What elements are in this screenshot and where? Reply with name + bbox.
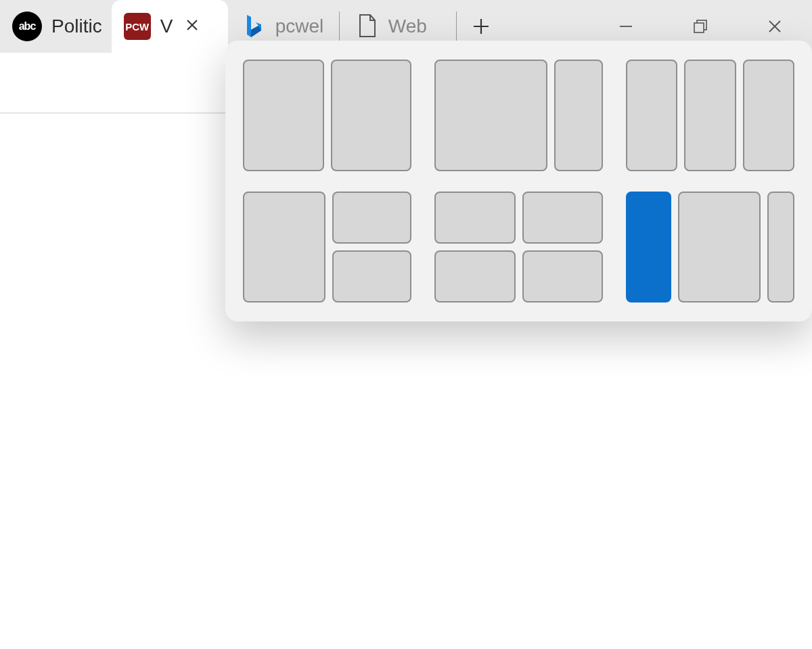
snap-zone[interactable] (522, 250, 604, 303)
page-favicon-icon (356, 13, 379, 40)
tab-divider (339, 12, 340, 41)
snap-zone[interactable] (331, 60, 412, 171)
snap-zone[interactable] (743, 60, 794, 171)
snap-zone[interactable] (243, 60, 324, 171)
snap-zone[interactable] (626, 60, 677, 171)
close-tab-icon[interactable] (182, 16, 202, 37)
snap-zone[interactable] (684, 60, 736, 171)
svg-rect-1 (694, 23, 704, 32)
snap-layout-two-halves[interactable] (243, 60, 411, 171)
tab-label: Politic (51, 16, 102, 37)
snap-zone[interactable] (332, 250, 412, 303)
snap-layout-left-plus-stack[interactable] (243, 192, 411, 303)
snap-layouts-flyout (225, 41, 812, 321)
snap-layout-narrow-wide-narrow[interactable] (626, 192, 794, 303)
tab-divider (456, 12, 457, 41)
snap-zone[interactable] (434, 250, 516, 303)
snap-zone[interactable] (243, 192, 325, 303)
snap-zone[interactable] (522, 192, 604, 244)
snap-zone[interactable] (434, 192, 516, 244)
pcw-favicon-icon: PCW (124, 13, 151, 40)
snap-layout-two-by-two[interactable] (434, 192, 603, 303)
tab-politics[interactable]: abc Politic (0, 0, 112, 53)
tab-label: Web (388, 16, 427, 37)
snap-layout-wide-narrow[interactable] (434, 60, 603, 171)
tab-pcw-active[interactable]: PCW V (112, 0, 228, 53)
snap-layout-three-columns[interactable] (626, 60, 794, 171)
abc-favicon-icon: abc (12, 12, 42, 41)
snap-zone[interactable] (678, 192, 761, 303)
toolbar-area (0, 53, 225, 114)
snap-zone[interactable] (767, 192, 794, 303)
snap-zone[interactable] (554, 60, 603, 171)
snap-zone[interactable] (434, 60, 547, 171)
snap-zone[interactable] (332, 192, 412, 244)
tab-label: V (160, 16, 173, 37)
tab-label: pcwel (275, 16, 324, 37)
snap-zone-selected[interactable] (626, 192, 671, 303)
bing-favicon-icon (240, 14, 266, 39)
